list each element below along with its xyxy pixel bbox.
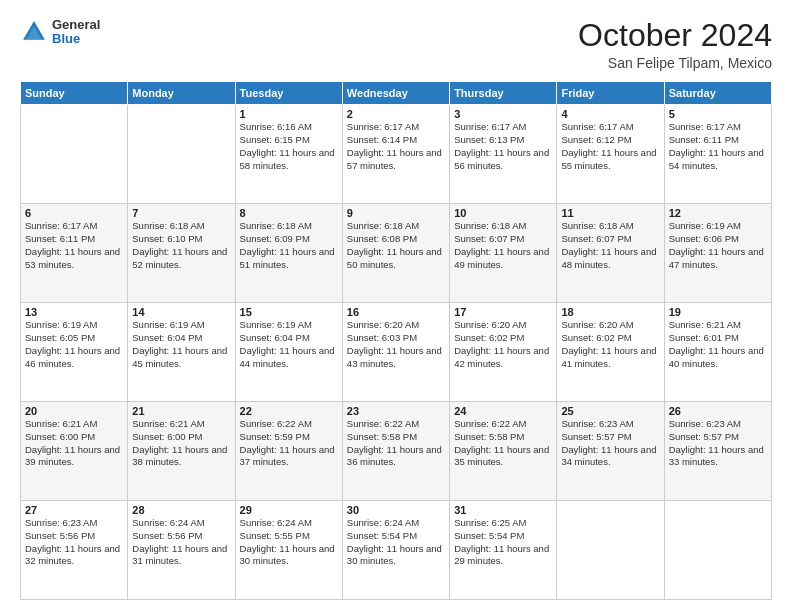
calendar-cell: 12Sunrise: 6:19 AM Sunset: 6:06 PM Dayli… — [664, 204, 771, 303]
calendar-cell: 21Sunrise: 6:21 AM Sunset: 6:00 PM Dayli… — [128, 402, 235, 501]
calendar-cell: 19Sunrise: 6:21 AM Sunset: 6:01 PM Dayli… — [664, 303, 771, 402]
col-header-saturday: Saturday — [664, 82, 771, 105]
col-header-monday: Monday — [128, 82, 235, 105]
day-number: 7 — [132, 207, 230, 219]
calendar-row-2: 13Sunrise: 6:19 AM Sunset: 6:05 PM Dayli… — [21, 303, 772, 402]
day-info: Sunrise: 6:24 AM Sunset: 5:55 PM Dayligh… — [240, 517, 338, 568]
day-number: 10 — [454, 207, 552, 219]
day-info: Sunrise: 6:22 AM Sunset: 5:58 PM Dayligh… — [454, 418, 552, 469]
col-header-thursday: Thursday — [450, 82, 557, 105]
calendar-cell: 3Sunrise: 6:17 AM Sunset: 6:13 PM Daylig… — [450, 105, 557, 204]
day-info: Sunrise: 6:21 AM Sunset: 6:01 PM Dayligh… — [669, 319, 767, 370]
calendar-cell — [128, 105, 235, 204]
day-info: Sunrise: 6:18 AM Sunset: 6:10 PM Dayligh… — [132, 220, 230, 271]
day-number: 5 — [669, 108, 767, 120]
calendar-cell: 13Sunrise: 6:19 AM Sunset: 6:05 PM Dayli… — [21, 303, 128, 402]
day-info: Sunrise: 6:25 AM Sunset: 5:54 PM Dayligh… — [454, 517, 552, 568]
day-info: Sunrise: 6:19 AM Sunset: 6:05 PM Dayligh… — [25, 319, 123, 370]
day-number: 29 — [240, 504, 338, 516]
calendar-cell: 4Sunrise: 6:17 AM Sunset: 6:12 PM Daylig… — [557, 105, 664, 204]
day-number: 15 — [240, 306, 338, 318]
logo-blue: Blue — [52, 32, 100, 46]
day-number: 14 — [132, 306, 230, 318]
day-number: 25 — [561, 405, 659, 417]
day-info: Sunrise: 6:17 AM Sunset: 6:11 PM Dayligh… — [25, 220, 123, 271]
calendar-row-0: 1Sunrise: 6:16 AM Sunset: 6:15 PM Daylig… — [21, 105, 772, 204]
calendar-cell: 15Sunrise: 6:19 AM Sunset: 6:04 PM Dayli… — [235, 303, 342, 402]
day-info: Sunrise: 6:19 AM Sunset: 6:04 PM Dayligh… — [132, 319, 230, 370]
page: General Blue October 2024 San Felipe Til… — [0, 0, 792, 612]
calendar-row-3: 20Sunrise: 6:21 AM Sunset: 6:00 PM Dayli… — [21, 402, 772, 501]
day-info: Sunrise: 6:18 AM Sunset: 6:09 PM Dayligh… — [240, 220, 338, 271]
day-number: 4 — [561, 108, 659, 120]
day-number: 16 — [347, 306, 445, 318]
day-info: Sunrise: 6:17 AM Sunset: 6:13 PM Dayligh… — [454, 121, 552, 172]
day-info: Sunrise: 6:21 AM Sunset: 6:00 PM Dayligh… — [25, 418, 123, 469]
calendar-cell: 22Sunrise: 6:22 AM Sunset: 5:59 PM Dayli… — [235, 402, 342, 501]
day-info: Sunrise: 6:23 AM Sunset: 5:57 PM Dayligh… — [561, 418, 659, 469]
day-number: 30 — [347, 504, 445, 516]
calendar-cell: 27Sunrise: 6:23 AM Sunset: 5:56 PM Dayli… — [21, 501, 128, 600]
day-info: Sunrise: 6:20 AM Sunset: 6:03 PM Dayligh… — [347, 319, 445, 370]
month-title: October 2024 — [578, 18, 772, 53]
calendar-cell: 30Sunrise: 6:24 AM Sunset: 5:54 PM Dayli… — [342, 501, 449, 600]
calendar-cell: 31Sunrise: 6:25 AM Sunset: 5:54 PM Dayli… — [450, 501, 557, 600]
calendar-cell: 16Sunrise: 6:20 AM Sunset: 6:03 PM Dayli… — [342, 303, 449, 402]
col-header-tuesday: Tuesday — [235, 82, 342, 105]
calendar-cell: 26Sunrise: 6:23 AM Sunset: 5:57 PM Dayli… — [664, 402, 771, 501]
logo-text: General Blue — [52, 18, 100, 47]
calendar-row-1: 6Sunrise: 6:17 AM Sunset: 6:11 PM Daylig… — [21, 204, 772, 303]
day-info: Sunrise: 6:18 AM Sunset: 6:08 PM Dayligh… — [347, 220, 445, 271]
calendar-cell: 29Sunrise: 6:24 AM Sunset: 5:55 PM Dayli… — [235, 501, 342, 600]
day-number: 6 — [25, 207, 123, 219]
col-header-friday: Friday — [557, 82, 664, 105]
day-number: 13 — [25, 306, 123, 318]
calendar-table: SundayMondayTuesdayWednesdayThursdayFrid… — [20, 81, 772, 600]
calendar-cell: 28Sunrise: 6:24 AM Sunset: 5:56 PM Dayli… — [128, 501, 235, 600]
header: General Blue October 2024 San Felipe Til… — [20, 18, 772, 71]
day-number: 26 — [669, 405, 767, 417]
day-number: 31 — [454, 504, 552, 516]
calendar-cell: 10Sunrise: 6:18 AM Sunset: 6:07 PM Dayli… — [450, 204, 557, 303]
logo: General Blue — [20, 18, 100, 47]
day-info: Sunrise: 6:17 AM Sunset: 6:12 PM Dayligh… — [561, 121, 659, 172]
col-header-wednesday: Wednesday — [342, 82, 449, 105]
day-info: Sunrise: 6:19 AM Sunset: 6:06 PM Dayligh… — [669, 220, 767, 271]
day-info: Sunrise: 6:18 AM Sunset: 6:07 PM Dayligh… — [561, 220, 659, 271]
day-info: Sunrise: 6:16 AM Sunset: 6:15 PM Dayligh… — [240, 121, 338, 172]
day-number: 8 — [240, 207, 338, 219]
calendar-cell: 18Sunrise: 6:20 AM Sunset: 6:02 PM Dayli… — [557, 303, 664, 402]
calendar-header-row: SundayMondayTuesdayWednesdayThursdayFrid… — [21, 82, 772, 105]
day-number: 17 — [454, 306, 552, 318]
calendar-cell — [557, 501, 664, 600]
calendar-cell: 17Sunrise: 6:20 AM Sunset: 6:02 PM Dayli… — [450, 303, 557, 402]
day-info: Sunrise: 6:20 AM Sunset: 6:02 PM Dayligh… — [454, 319, 552, 370]
title-block: October 2024 San Felipe Tilpam, Mexico — [578, 18, 772, 71]
calendar-cell: 25Sunrise: 6:23 AM Sunset: 5:57 PM Dayli… — [557, 402, 664, 501]
col-header-sunday: Sunday — [21, 82, 128, 105]
calendar-cell: 6Sunrise: 6:17 AM Sunset: 6:11 PM Daylig… — [21, 204, 128, 303]
calendar-cell: 8Sunrise: 6:18 AM Sunset: 6:09 PM Daylig… — [235, 204, 342, 303]
day-number: 27 — [25, 504, 123, 516]
calendar-cell: 23Sunrise: 6:22 AM Sunset: 5:58 PM Dayli… — [342, 402, 449, 501]
day-info: Sunrise: 6:17 AM Sunset: 6:14 PM Dayligh… — [347, 121, 445, 172]
day-number: 18 — [561, 306, 659, 318]
calendar-cell — [21, 105, 128, 204]
day-info: Sunrise: 6:24 AM Sunset: 5:54 PM Dayligh… — [347, 517, 445, 568]
day-number: 28 — [132, 504, 230, 516]
day-number: 19 — [669, 306, 767, 318]
day-number: 20 — [25, 405, 123, 417]
logo-general: General — [52, 18, 100, 32]
day-number: 12 — [669, 207, 767, 219]
calendar-cell — [664, 501, 771, 600]
day-number: 23 — [347, 405, 445, 417]
day-info: Sunrise: 6:22 AM Sunset: 5:59 PM Dayligh… — [240, 418, 338, 469]
calendar-cell: 1Sunrise: 6:16 AM Sunset: 6:15 PM Daylig… — [235, 105, 342, 204]
calendar-cell: 20Sunrise: 6:21 AM Sunset: 6:00 PM Dayli… — [21, 402, 128, 501]
day-number: 1 — [240, 108, 338, 120]
day-info: Sunrise: 6:18 AM Sunset: 6:07 PM Dayligh… — [454, 220, 552, 271]
logo-icon — [20, 18, 48, 46]
calendar-cell: 14Sunrise: 6:19 AM Sunset: 6:04 PM Dayli… — [128, 303, 235, 402]
day-info: Sunrise: 6:17 AM Sunset: 6:11 PM Dayligh… — [669, 121, 767, 172]
calendar-cell: 5Sunrise: 6:17 AM Sunset: 6:11 PM Daylig… — [664, 105, 771, 204]
